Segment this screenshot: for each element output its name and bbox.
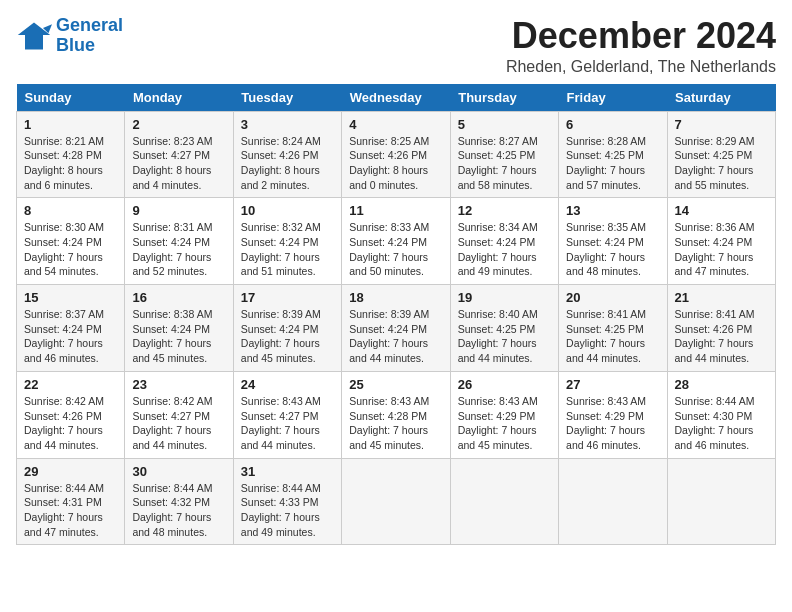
header-saturday: Saturday	[667, 84, 775, 112]
day-detail: Sunrise: 8:38 AMSunset: 4:24 PMDaylight:…	[132, 308, 212, 364]
calendar-cell: 23 Sunrise: 8:42 AMSunset: 4:27 PMDaylig…	[125, 371, 233, 458]
calendar-cell: 29 Sunrise: 8:44 AMSunset: 4:31 PMDaylig…	[17, 458, 125, 545]
calendar-cell: 2 Sunrise: 8:23 AMSunset: 4:27 PMDayligh…	[125, 111, 233, 198]
calendar-week-1: 1 Sunrise: 8:21 AMSunset: 4:28 PMDayligh…	[17, 111, 776, 198]
day-detail: Sunrise: 8:43 AMSunset: 4:29 PMDaylight:…	[458, 395, 538, 451]
day-detail: Sunrise: 8:43 AMSunset: 4:27 PMDaylight:…	[241, 395, 321, 451]
calendar-cell: 14 Sunrise: 8:36 AMSunset: 4:24 PMDaylig…	[667, 198, 775, 285]
location-title: Rheden, Gelderland, The Netherlands	[506, 58, 776, 76]
header-wednesday: Wednesday	[342, 84, 450, 112]
day-number: 23	[132, 377, 225, 392]
header-tuesday: Tuesday	[233, 84, 341, 112]
day-detail: Sunrise: 8:37 AMSunset: 4:24 PMDaylight:…	[24, 308, 104, 364]
day-detail: Sunrise: 8:23 AMSunset: 4:27 PMDaylight:…	[132, 135, 212, 191]
day-number: 26	[458, 377, 551, 392]
header-monday: Monday	[125, 84, 233, 112]
day-detail: Sunrise: 8:44 AMSunset: 4:32 PMDaylight:…	[132, 482, 212, 538]
day-detail: Sunrise: 8:21 AMSunset: 4:28 PMDaylight:…	[24, 135, 104, 191]
day-number: 21	[675, 290, 768, 305]
calendar-cell: 31 Sunrise: 8:44 AMSunset: 4:33 PMDaylig…	[233, 458, 341, 545]
title-block: December 2024 Rheden, Gelderland, The Ne…	[506, 16, 776, 76]
day-detail: Sunrise: 8:44 AMSunset: 4:33 PMDaylight:…	[241, 482, 321, 538]
calendar-cell: 15 Sunrise: 8:37 AMSunset: 4:24 PMDaylig…	[17, 285, 125, 372]
svg-marker-0	[18, 22, 50, 49]
day-detail: Sunrise: 8:39 AMSunset: 4:24 PMDaylight:…	[349, 308, 429, 364]
calendar-cell: 20 Sunrise: 8:41 AMSunset: 4:25 PMDaylig…	[559, 285, 667, 372]
day-number: 12	[458, 203, 551, 218]
day-number: 3	[241, 117, 334, 132]
calendar-cell: 12 Sunrise: 8:34 AMSunset: 4:24 PMDaylig…	[450, 198, 558, 285]
calendar-cell: 24 Sunrise: 8:43 AMSunset: 4:27 PMDaylig…	[233, 371, 341, 458]
calendar-cell: 16 Sunrise: 8:38 AMSunset: 4:24 PMDaylig…	[125, 285, 233, 372]
day-number: 10	[241, 203, 334, 218]
header-friday: Friday	[559, 84, 667, 112]
day-detail: Sunrise: 8:39 AMSunset: 4:24 PMDaylight:…	[241, 308, 321, 364]
calendar-cell: 8 Sunrise: 8:30 AMSunset: 4:24 PMDayligh…	[17, 198, 125, 285]
day-detail: Sunrise: 8:41 AMSunset: 4:26 PMDaylight:…	[675, 308, 755, 364]
day-detail: Sunrise: 8:24 AMSunset: 4:26 PMDaylight:…	[241, 135, 321, 191]
day-detail: Sunrise: 8:34 AMSunset: 4:24 PMDaylight:…	[458, 221, 538, 277]
calendar-table: SundayMondayTuesdayWednesdayThursdayFrid…	[16, 84, 776, 546]
calendar-week-3: 15 Sunrise: 8:37 AMSunset: 4:24 PMDaylig…	[17, 285, 776, 372]
calendar-cell: 30 Sunrise: 8:44 AMSunset: 4:32 PMDaylig…	[125, 458, 233, 545]
calendar-cell: 4 Sunrise: 8:25 AMSunset: 4:26 PMDayligh…	[342, 111, 450, 198]
calendar-cell: 6 Sunrise: 8:28 AMSunset: 4:25 PMDayligh…	[559, 111, 667, 198]
day-number: 5	[458, 117, 551, 132]
calendar-cell: 27 Sunrise: 8:43 AMSunset: 4:29 PMDaylig…	[559, 371, 667, 458]
calendar-cell: 3 Sunrise: 8:24 AMSunset: 4:26 PMDayligh…	[233, 111, 341, 198]
day-number: 29	[24, 464, 117, 479]
day-number: 14	[675, 203, 768, 218]
day-detail: Sunrise: 8:41 AMSunset: 4:25 PMDaylight:…	[566, 308, 646, 364]
day-detail: Sunrise: 8:28 AMSunset: 4:25 PMDaylight:…	[566, 135, 646, 191]
calendar-week-5: 29 Sunrise: 8:44 AMSunset: 4:31 PMDaylig…	[17, 458, 776, 545]
calendar-cell	[667, 458, 775, 545]
day-detail: Sunrise: 8:31 AMSunset: 4:24 PMDaylight:…	[132, 221, 212, 277]
day-number: 17	[241, 290, 334, 305]
day-number: 13	[566, 203, 659, 218]
day-number: 31	[241, 464, 334, 479]
day-detail: Sunrise: 8:44 AMSunset: 4:30 PMDaylight:…	[675, 395, 755, 451]
day-number: 19	[458, 290, 551, 305]
calendar-cell: 13 Sunrise: 8:35 AMSunset: 4:24 PMDaylig…	[559, 198, 667, 285]
day-number: 4	[349, 117, 442, 132]
logo-text: General Blue	[56, 16, 123, 56]
day-detail: Sunrise: 8:30 AMSunset: 4:24 PMDaylight:…	[24, 221, 104, 277]
day-number: 25	[349, 377, 442, 392]
calendar-header-row: SundayMondayTuesdayWednesdayThursdayFrid…	[17, 84, 776, 112]
day-detail: Sunrise: 8:42 AMSunset: 4:27 PMDaylight:…	[132, 395, 212, 451]
calendar-cell: 17 Sunrise: 8:39 AMSunset: 4:24 PMDaylig…	[233, 285, 341, 372]
calendar-cell	[342, 458, 450, 545]
day-detail: Sunrise: 8:25 AMSunset: 4:26 PMDaylight:…	[349, 135, 429, 191]
calendar-cell: 7 Sunrise: 8:29 AMSunset: 4:25 PMDayligh…	[667, 111, 775, 198]
calendar-cell: 11 Sunrise: 8:33 AMSunset: 4:24 PMDaylig…	[342, 198, 450, 285]
day-number: 20	[566, 290, 659, 305]
day-number: 28	[675, 377, 768, 392]
day-detail: Sunrise: 8:27 AMSunset: 4:25 PMDaylight:…	[458, 135, 538, 191]
calendar-cell: 18 Sunrise: 8:39 AMSunset: 4:24 PMDaylig…	[342, 285, 450, 372]
calendar-cell	[450, 458, 558, 545]
day-detail: Sunrise: 8:40 AMSunset: 4:25 PMDaylight:…	[458, 308, 538, 364]
calendar-cell: 19 Sunrise: 8:40 AMSunset: 4:25 PMDaylig…	[450, 285, 558, 372]
day-detail: Sunrise: 8:35 AMSunset: 4:24 PMDaylight:…	[566, 221, 646, 277]
header-thursday: Thursday	[450, 84, 558, 112]
calendar-cell	[559, 458, 667, 545]
day-number: 24	[241, 377, 334, 392]
page-header: General Blue December 2024 Rheden, Gelde…	[16, 16, 776, 76]
calendar-week-2: 8 Sunrise: 8:30 AMSunset: 4:24 PMDayligh…	[17, 198, 776, 285]
day-number: 11	[349, 203, 442, 218]
day-detail: Sunrise: 8:42 AMSunset: 4:26 PMDaylight:…	[24, 395, 104, 451]
day-number: 22	[24, 377, 117, 392]
calendar-cell: 21 Sunrise: 8:41 AMSunset: 4:26 PMDaylig…	[667, 285, 775, 372]
day-number: 1	[24, 117, 117, 132]
day-detail: Sunrise: 8:29 AMSunset: 4:25 PMDaylight:…	[675, 135, 755, 191]
calendar-cell: 25 Sunrise: 8:43 AMSunset: 4:28 PMDaylig…	[342, 371, 450, 458]
day-number: 7	[675, 117, 768, 132]
day-number: 27	[566, 377, 659, 392]
logo: General Blue	[16, 16, 123, 56]
day-number: 15	[24, 290, 117, 305]
day-detail: Sunrise: 8:44 AMSunset: 4:31 PMDaylight:…	[24, 482, 104, 538]
calendar-cell: 5 Sunrise: 8:27 AMSunset: 4:25 PMDayligh…	[450, 111, 558, 198]
day-detail: Sunrise: 8:32 AMSunset: 4:24 PMDaylight:…	[241, 221, 321, 277]
month-title: December 2024	[506, 16, 776, 56]
day-detail: Sunrise: 8:43 AMSunset: 4:28 PMDaylight:…	[349, 395, 429, 451]
